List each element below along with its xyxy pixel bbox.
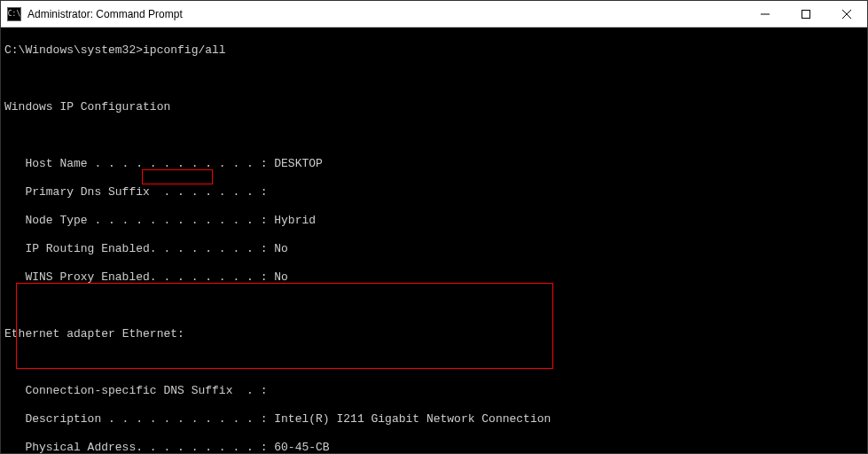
minimize-icon bbox=[761, 10, 770, 19]
titlebar: C:\ Administrator: Command Prompt bbox=[1, 1, 867, 27]
maximize-button[interactable] bbox=[786, 1, 826, 27]
adapter-conn-suffix: Connection-specific DNS Suffix . : bbox=[4, 384, 864, 398]
minimize-button[interactable] bbox=[745, 1, 786, 27]
adapter-description: Description . . . . . . . . . . . : Inte… bbox=[4, 412, 864, 427]
prop-node-type: Node Type . . . . . . . . . . . . : Hybr… bbox=[4, 214, 864, 228]
prop-wins-proxy: WINS Proxy Enabled. . . . . . . . : No bbox=[4, 270, 864, 285]
window-title: Administrator: Command Prompt bbox=[27, 8, 745, 20]
highlight-ethernet-name bbox=[142, 169, 213, 184]
prop-primary-dns: Primary Dns Suffix . . . . . . . : bbox=[4, 185, 864, 200]
cmd-icon: C:\ bbox=[7, 7, 21, 21]
prompt-line: C:\Windows\system32>ipconfig/all bbox=[4, 43, 864, 58]
window-controls bbox=[745, 1, 867, 27]
prop-ip-routing: IP Routing Enabled. . . . . . . . : No bbox=[4, 242, 864, 256]
blank-line bbox=[4, 299, 864, 313]
prompt-text: C:\Windows\system32> bbox=[4, 43, 143, 57]
command-text: ipconfig/all bbox=[143, 43, 226, 57]
adapter-heading: Ethernet adapter Ethernet: bbox=[4, 327, 864, 341]
blank-line bbox=[4, 356, 864, 370]
close-button[interactable] bbox=[826, 1, 867, 27]
command-prompt-window: C:\ Administrator: Command Prompt C:\Win… bbox=[0, 0, 868, 454]
terminal-content[interactable]: C:\Windows\system32>ipconfig/all Windows… bbox=[1, 27, 867, 453]
ipconfig-header: Windows IP Configuration bbox=[4, 100, 864, 114]
blank-line bbox=[4, 129, 864, 143]
close-icon bbox=[842, 10, 851, 19]
adapter-name-highlighted: Ethernet: bbox=[122, 327, 184, 340]
blank-line bbox=[4, 72, 864, 86]
prop-host-name: Host Name . . . . . . . . . . . . : DESK… bbox=[4, 157, 864, 171]
adapter-physical-addr: Physical Address. . . . . . . . . : 60-4… bbox=[4, 441, 864, 453]
maximize-icon bbox=[802, 10, 810, 19]
svg-rect-0 bbox=[802, 10, 810, 18]
